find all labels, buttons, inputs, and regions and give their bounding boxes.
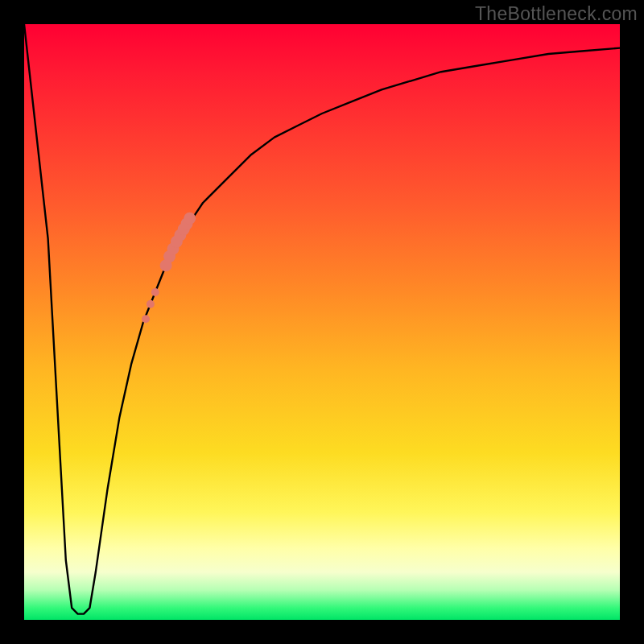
chart-frame: TheBottleneck.com (0, 0, 644, 644)
marker-dot (147, 300, 155, 308)
watermark-text: TheBottleneck.com (475, 3, 638, 25)
marker-dot (184, 213, 196, 225)
marker-dot (151, 288, 159, 296)
chart-overlay (24, 24, 620, 620)
bottleneck-curve (24, 24, 620, 614)
plot-area (24, 24, 620, 620)
marker-band (142, 213, 196, 324)
marker-dot (142, 315, 150, 323)
